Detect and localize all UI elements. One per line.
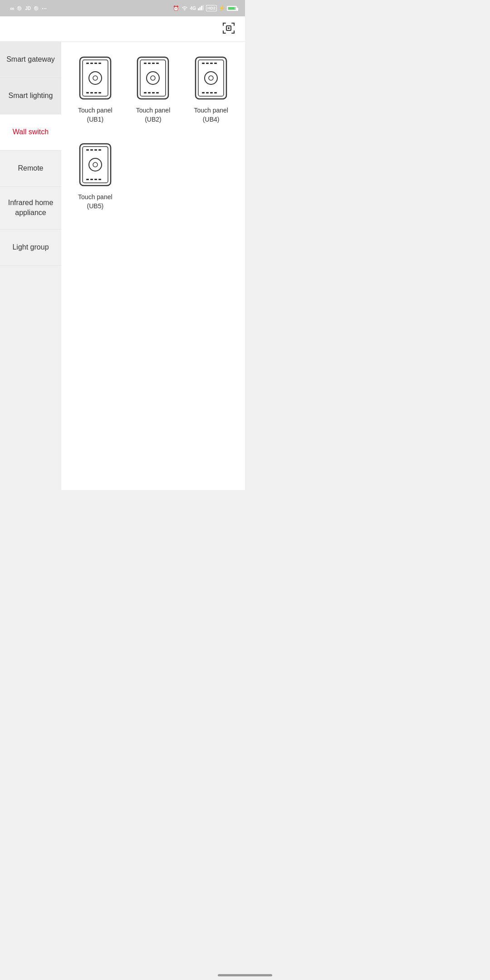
svg-point-17 xyxy=(93,76,98,80)
svg-point-40 xyxy=(205,72,217,84)
header xyxy=(0,16,245,42)
svg-rect-50 xyxy=(94,179,97,180)
status-bar: ∞ ⚪ JD ⚪ ··· ⏰ 4G HD2 ⚡ xyxy=(0,0,245,16)
svg-rect-10 xyxy=(94,63,97,64)
jd-icon: JD xyxy=(25,6,31,11)
svg-rect-9 xyxy=(90,63,93,64)
svg-point-53 xyxy=(93,162,98,167)
svg-rect-11 xyxy=(98,63,101,64)
svg-rect-13 xyxy=(90,92,93,93)
circle-icon2: ⚪ xyxy=(34,6,39,11)
hd2-icon: HD2 xyxy=(206,5,217,11)
infinity-icon: ∞ xyxy=(10,5,14,12)
svg-rect-1 xyxy=(199,7,201,10)
scan-icon xyxy=(222,22,235,36)
svg-rect-22 xyxy=(152,63,155,64)
svg-rect-43 xyxy=(83,147,108,183)
bolt-icon: ⚡ xyxy=(219,5,225,11)
svg-point-41 xyxy=(209,76,213,80)
svg-rect-32 xyxy=(202,63,205,64)
svg-point-28 xyxy=(147,72,159,84)
svg-rect-25 xyxy=(148,92,151,93)
svg-rect-45 xyxy=(90,149,93,151)
svg-rect-31 xyxy=(198,60,224,96)
device-grid: Touch panel (UB1) Touch panel (UB2) Touc… xyxy=(69,51,238,215)
svg-rect-49 xyxy=(90,179,93,180)
dots-icon: ··· xyxy=(42,5,47,12)
svg-rect-12 xyxy=(86,92,89,93)
svg-rect-36 xyxy=(202,92,205,93)
main-layout: Smart gatewaySmart lightingWall switchRe… xyxy=(0,42,245,490)
svg-rect-46 xyxy=(94,149,97,151)
svg-point-5 xyxy=(228,27,230,29)
svg-rect-0 xyxy=(198,8,199,10)
svg-rect-26 xyxy=(152,92,155,93)
device-item-ub1[interactable]: Touch panel (UB1) xyxy=(69,51,122,128)
svg-point-29 xyxy=(151,76,155,80)
svg-rect-24 xyxy=(144,92,147,93)
sidebar-item-infrared-home-appliance[interactable]: Infrared home appliance xyxy=(0,187,61,230)
svg-rect-48 xyxy=(86,179,89,180)
svg-rect-47 xyxy=(98,149,101,151)
svg-rect-39 xyxy=(214,92,217,93)
svg-rect-20 xyxy=(144,63,147,64)
touch-panel-icon-ub5 xyxy=(77,142,113,187)
touch-panel-icon-ub1 xyxy=(77,55,113,101)
svg-rect-15 xyxy=(98,92,101,93)
signal-4g-icon: 4G xyxy=(190,6,196,11)
svg-rect-21 xyxy=(148,63,151,64)
svg-rect-14 xyxy=(94,92,97,93)
touch-panel-icon-ub2 xyxy=(135,55,171,101)
svg-rect-8 xyxy=(86,63,89,64)
wifi-icon xyxy=(181,5,188,11)
sidebar-item-wall-switch[interactable]: Wall switch xyxy=(0,114,61,151)
status-left: ∞ ⚪ JD ⚪ ··· xyxy=(7,5,47,12)
svg-rect-35 xyxy=(214,63,217,64)
svg-rect-37 xyxy=(206,92,209,93)
battery-indicator xyxy=(227,6,238,11)
svg-rect-38 xyxy=(210,92,213,93)
scan-button[interactable] xyxy=(221,22,236,36)
sidebar: Smart gatewaySmart lightingWall switchRe… xyxy=(0,42,61,490)
svg-rect-7 xyxy=(83,60,108,96)
device-label-ub2: Touch panel (UB2) xyxy=(136,106,171,124)
device-label-ub5: Touch panel (UB5) xyxy=(78,193,113,211)
alarm-icon: ⏰ xyxy=(173,5,179,11)
sidebar-item-smart-lighting[interactable]: Smart lighting xyxy=(0,78,61,114)
svg-point-16 xyxy=(89,72,102,84)
status-right: ⏰ 4G HD2 ⚡ xyxy=(173,5,238,11)
svg-rect-33 xyxy=(206,63,209,64)
svg-rect-3 xyxy=(202,5,204,10)
svg-rect-44 xyxy=(86,149,89,151)
svg-rect-2 xyxy=(201,6,202,10)
content-area: Touch panel (UB1) Touch panel (UB2) Touc… xyxy=(61,42,245,490)
device-item-ub4[interactable]: Touch panel (UB4) xyxy=(184,51,238,128)
svg-rect-27 xyxy=(156,92,159,93)
device-label-ub1: Touch panel (UB1) xyxy=(78,106,113,124)
signal-bars-icon xyxy=(198,5,204,11)
svg-rect-34 xyxy=(210,63,213,64)
device-item-ub5[interactable]: Touch panel (UB5) xyxy=(69,137,122,215)
svg-rect-19 xyxy=(140,60,166,96)
circle-icon: ⚪ xyxy=(17,6,22,11)
device-label-ub4: Touch panel (UB4) xyxy=(194,106,228,124)
svg-rect-51 xyxy=(98,179,101,180)
sidebar-item-smart-gateway[interactable]: Smart gateway xyxy=(0,42,61,78)
sidebar-item-remote[interactable]: Remote xyxy=(0,151,61,187)
svg-point-52 xyxy=(89,158,102,171)
device-item-ub2[interactable]: Touch panel (UB2) xyxy=(127,51,180,128)
touch-panel-icon-ub4 xyxy=(193,55,229,101)
sidebar-item-light-group[interactable]: Light group xyxy=(0,230,61,266)
svg-rect-23 xyxy=(156,63,159,64)
